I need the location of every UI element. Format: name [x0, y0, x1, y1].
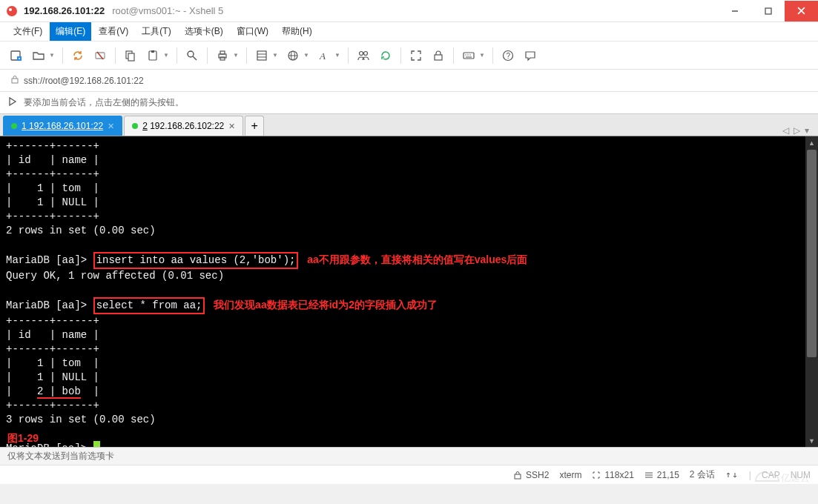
help-icon[interactable]: ? [498, 45, 518, 66]
tab-menu-icon[interactable]: ▾ [805, 125, 809, 136]
svg-point-0 [7, 6, 17, 16]
open-folder-icon[interactable] [28, 45, 49, 66]
tabstrip: 1 192.168.26.101:22 ✕ 2 192.168.26.102:2… [0, 114, 818, 136]
menu-window[interactable]: 窗口(W) [231, 22, 274, 41]
svg-text:A: A [319, 50, 326, 62]
session-tab-1[interactable]: 1 192.168.26.101:22 ✕ [3, 116, 122, 136]
toolbar-separator [115, 47, 116, 64]
tab-label: 192.168.26.102:22 [150, 121, 224, 131]
users-icon[interactable] [353, 45, 374, 66]
refresh-icon[interactable] [375, 45, 396, 66]
statusbar-hint: 仅将文本发送到当前选项卡 [0, 447, 818, 465]
toolbar: ▼ ▼ ▼ ▼ ▼ A▼ ▼ ? [0, 42, 818, 70]
svg-point-30 [465, 54, 466, 55]
close-button[interactable] [785, 1, 818, 21]
add-tab-button[interactable]: + [245, 116, 264, 136]
tab-index: 1 [22, 121, 27, 131]
terminal-scrollbar[interactable]: ▲ ▼ [805, 136, 818, 447]
maximize-button[interactable] [751, 1, 785, 21]
svg-rect-17 [220, 51, 225, 54]
svg-point-1 [9, 8, 12, 11]
menu-help[interactable]: 帮助(H) [276, 22, 318, 41]
tab-scroll-left-icon[interactable]: ◁ [782, 125, 789, 136]
svg-rect-36 [12, 79, 18, 83]
status-sessions: 2 会话 [690, 468, 715, 481]
dropdown-icon[interactable]: ▼ [233, 52, 240, 59]
menu-tabs[interactable]: 选项卡(B) [179, 22, 229, 41]
addressbar[interactable]: ssh://root@192.168.26.101:22 [0, 70, 818, 92]
svg-text:?: ? [507, 52, 511, 60]
svg-rect-18 [220, 57, 225, 60]
terminal-wrapper: +------+------+ | id | name | +------+--… [0, 136, 818, 447]
tab-close-icon[interactable]: ✕ [108, 122, 114, 131]
highlight-insert: insert into aa values (2,'bob'); [93, 252, 299, 269]
menu-edit[interactable]: 编辑(E) [50, 22, 91, 41]
svg-point-31 [467, 54, 468, 55]
scrollbar-thumb[interactable] [807, 150, 817, 357]
print-icon[interactable] [212, 45, 233, 66]
svg-rect-29 [464, 53, 474, 59]
annotation-2: 我们发现aa数据表已经将id为2的字段插入成功了 [205, 299, 437, 311]
menubar: 文件(F) 编辑(E) 查看(V) 工具(T) 选项卡(B) 窗口(W) 帮助(… [0, 22, 818, 42]
menu-file[interactable]: 文件(F) [7, 22, 48, 41]
svg-text:亿速云: 亿速云 [780, 472, 810, 483]
status-term: xterm [559, 470, 581, 480]
tab-close-icon[interactable]: ✕ [228, 122, 235, 131]
app-icon [6, 5, 18, 17]
font-icon[interactable]: A [314, 45, 334, 66]
dropdown-icon[interactable]: ▼ [334, 52, 342, 59]
toolbar-separator [453, 47, 454, 64]
search-icon[interactable] [182, 45, 202, 66]
keyboard-icon[interactable] [458, 45, 479, 66]
menu-view[interactable]: 查看(V) [93, 22, 134, 41]
svg-rect-3 [765, 8, 771, 14]
new-session-icon[interactable] [6, 45, 27, 66]
highlight-select: select * from aa; [93, 297, 205, 314]
status-protocol: SSH2 [513, 470, 549, 480]
add-session-arrow-icon[interactable] [7, 96, 18, 109]
svg-point-14 [188, 51, 194, 57]
svg-rect-13 [151, 50, 154, 53]
lock-small-icon [10, 75, 19, 86]
disconnect-icon[interactable] [90, 45, 111, 66]
properties-icon[interactable] [251, 45, 272, 66]
svg-point-32 [469, 54, 470, 55]
status-size: 118x21 [592, 470, 633, 480]
dropdown-icon[interactable]: ▼ [303, 52, 311, 59]
tab-scroll-right-icon[interactable]: ▷ [794, 125, 800, 136]
tab-scroll-arrows: ◁ ▷ ▾ [782, 125, 815, 136]
titlebar: 192.168.26.101:22 root@vms001:~ - Xshell… [0, 0, 818, 22]
infobar: 要添加当前会话，点击左侧的箭头按钮。 [0, 92, 818, 114]
highlight-row-bob: 2 | bob [37, 385, 81, 399]
dropdown-icon[interactable]: ▼ [163, 52, 171, 59]
svg-point-27 [364, 51, 368, 55]
fullscreen-icon[interactable] [406, 45, 426, 66]
annotation-1: aa不用跟参数，直接将相关的值写在values后面 [298, 253, 527, 265]
terminal-cursor [93, 441, 100, 447]
figure-label: 图1-29 [7, 431, 39, 445]
toolbar-separator [400, 47, 401, 64]
chat-icon[interactable] [520, 45, 541, 66]
minimize-button[interactable] [718, 1, 751, 21]
copy-icon[interactable] [120, 45, 141, 66]
toolbar-separator [348, 47, 349, 64]
dropdown-icon[interactable]: ▼ [272, 52, 280, 59]
globe-icon[interactable] [283, 45, 303, 66]
toolbar-separator [207, 47, 208, 64]
svg-rect-19 [257, 51, 266, 60]
dropdown-icon[interactable]: ▼ [479, 52, 486, 59]
statusbar: SSH2 xterm 118x21 21,15 2 会话 | CAP NUM [0, 465, 818, 484]
window-title-sub: root@vms001:~ - Xshell 5 [112, 5, 223, 16]
scroll-down-icon[interactable]: ▼ [805, 434, 818, 447]
session-tab-2[interactable]: 2 192.168.26.102:22 ✕ [124, 116, 243, 136]
watermark: 亿速云 [751, 466, 811, 489]
window-title-main: 192.168.26.101:22 [24, 5, 105, 16]
paste-icon[interactable] [142, 45, 163, 66]
dropdown-icon[interactable]: ▼ [49, 52, 56, 59]
status-updown-icon [725, 471, 739, 480]
terminal[interactable]: +------+------+ | id | name | +------+--… [0, 136, 818, 447]
menu-tools[interactable]: 工具(T) [136, 22, 177, 41]
reconnect-icon[interactable] [67, 45, 88, 66]
lock-icon[interactable] [428, 45, 449, 66]
scroll-up-icon[interactable]: ▲ [805, 136, 818, 149]
